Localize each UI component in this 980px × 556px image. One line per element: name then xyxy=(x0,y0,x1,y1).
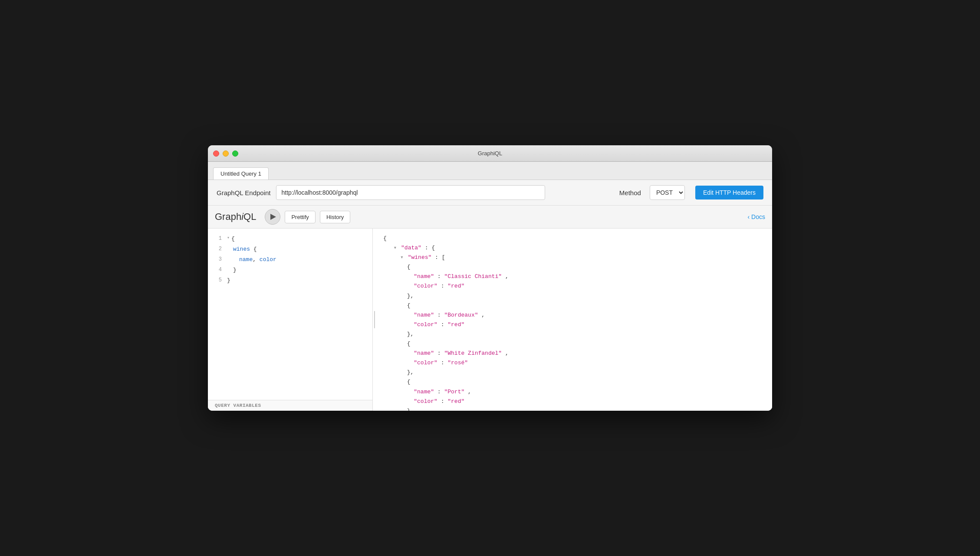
code-brace-close-inner: } xyxy=(233,265,237,275)
result-indent-3g xyxy=(383,379,404,385)
line-num-4: 4 xyxy=(211,265,222,274)
result-indent-4e xyxy=(383,350,410,356)
result-entry4-close: }, xyxy=(407,408,414,411)
result-comma-1: , xyxy=(505,273,509,280)
maximize-button[interactable] xyxy=(232,150,238,157)
tab-label: Untitled Query 1 xyxy=(220,170,261,177)
editor-resizer[interactable] xyxy=(373,229,376,411)
result-colon-1: : xyxy=(437,273,444,280)
result-indent-4f xyxy=(383,360,410,366)
method-label: Method xyxy=(619,189,641,196)
result-indent-3f xyxy=(383,369,404,376)
result-indent-4a xyxy=(383,273,410,280)
result-key-name-4: "name" xyxy=(414,389,434,395)
query-tab[interactable]: Untitled Query 1 xyxy=(213,167,269,180)
result-entry2-close: }, xyxy=(407,331,414,337)
result-key-color-4: "color" xyxy=(414,398,437,405)
collapse-arrow-wines[interactable]: ▾ xyxy=(400,253,404,262)
result-indent-3b xyxy=(383,293,404,299)
endpoint-bar: GraphQL Endpoint Method POST GET Edit HT… xyxy=(208,180,772,206)
result-key-color-1: "color" xyxy=(414,283,437,289)
method-select[interactable]: POST GET xyxy=(650,185,685,200)
result-indent-4h xyxy=(383,398,410,405)
result-entry3-open: { xyxy=(407,340,411,347)
code-line-2: 2 wines { xyxy=(208,244,372,255)
code-comma: , xyxy=(253,255,260,265)
graphiql-logo: GraphiQL xyxy=(215,211,256,222)
result-key-name-1: "name" xyxy=(414,273,434,280)
result-colon-4: : xyxy=(437,389,444,395)
result-indent-3e xyxy=(383,340,404,347)
window-title: GraphiQL xyxy=(478,150,502,157)
result-comma-2: , xyxy=(481,312,485,318)
result-key-color-2: "color" xyxy=(414,321,437,328)
code-brace-open: { xyxy=(231,234,235,244)
query-variables-label: QUERY VARIABLES xyxy=(215,403,261,408)
query-editor-inner[interactable]: 1 ▾ { 2 wines { 3 name , color xyxy=(208,229,372,400)
traffic-lights xyxy=(213,150,238,157)
result-val-color-1: "red" xyxy=(447,283,464,289)
result-colon-c3: : xyxy=(441,360,448,366)
result-key-data: "data" xyxy=(401,245,421,251)
result-indent-4b xyxy=(383,283,410,289)
result-indent-2 xyxy=(383,254,397,261)
prettify-button[interactable]: Prettify xyxy=(285,211,315,223)
edit-headers-button[interactable]: Edit HTTP Headers xyxy=(695,186,763,200)
code-field-color: color xyxy=(260,255,276,265)
code-line-1: 1 ▾ { xyxy=(208,234,372,244)
result-entry1-close: }, xyxy=(407,293,414,299)
line-num-3: 3 xyxy=(211,255,222,264)
result-colon-c4: : xyxy=(441,398,448,405)
code-line-5: 5 } xyxy=(208,275,372,286)
editor-area: 1 ▾ { 2 wines { 3 name , color xyxy=(208,229,772,411)
result-entry1-open: { xyxy=(407,264,411,270)
result-entry3-close: }, xyxy=(407,369,414,376)
query-editor[interactable]: 1 ▾ { 2 wines { 3 name , color xyxy=(208,229,373,411)
result-key-name-3: "name" xyxy=(414,350,434,356)
result-val-name-2: "Bordeaux" xyxy=(444,312,478,318)
result-indent-3a xyxy=(383,264,404,270)
close-button[interactable] xyxy=(213,150,219,157)
result-colon-c2: : xyxy=(441,321,448,328)
history-button[interactable]: History xyxy=(320,211,350,223)
result-comma-4: , xyxy=(468,389,471,395)
result-indent-1 xyxy=(383,245,390,251)
result-colon-c1: : xyxy=(441,283,448,289)
tabbar: Untitled Query 1 xyxy=(208,162,772,180)
code-line-3: 3 name , color xyxy=(208,255,372,265)
result-data-colon: : { xyxy=(425,245,435,251)
titlebar: GraphiQL xyxy=(208,145,772,162)
code-line-4: 4 } xyxy=(208,265,372,275)
result-val-color-2: "red" xyxy=(447,321,464,328)
result-key-wines: "wines" xyxy=(408,254,432,261)
line-num-5: 5 xyxy=(211,276,222,285)
result-indent-3d xyxy=(383,331,404,337)
run-button[interactable] xyxy=(265,209,280,225)
result-val-name-4: "Port" xyxy=(444,389,464,395)
result-indent-3c xyxy=(383,302,404,309)
result-key-name-2: "name" xyxy=(414,312,434,318)
minimize-button[interactable] xyxy=(223,150,229,157)
result-val-name-1: "Classic Chianti" xyxy=(444,273,502,280)
app-window: GraphiQL Untitled Query 1 GraphQL Endpoi… xyxy=(208,145,772,411)
toolbar: GraphiQL Prettify History ‹ Docs xyxy=(208,206,772,229)
result-comma-3: , xyxy=(505,350,509,356)
query-variables-bar[interactable]: QUERY VARIABLES xyxy=(208,400,372,411)
collapse-arrow-data[interactable]: ▾ xyxy=(393,243,397,253)
result-indent-4c xyxy=(383,312,410,318)
line-num-2: 2 xyxy=(211,245,222,253)
result-colon-3: : xyxy=(437,350,444,356)
endpoint-input[interactable] xyxy=(276,185,545,200)
result-brace-open: { xyxy=(383,235,387,242)
result-colon-2: : xyxy=(437,312,444,318)
result-area: { ▾ "data" : { ▾ "wines" : [ { "name" : … xyxy=(376,229,772,411)
docs-button[interactable]: ‹ Docs xyxy=(747,213,765,220)
result-indent-3h xyxy=(383,408,404,411)
code-field-wines: wines xyxy=(233,245,250,254)
result-entry4-open: { xyxy=(407,379,411,385)
result-indent-4g xyxy=(383,389,410,395)
code-field-name: name xyxy=(239,255,253,265)
line-num-1: 1 xyxy=(211,234,222,243)
fold-arrow-1[interactable]: ▾ xyxy=(227,234,230,242)
result-entry2-open: { xyxy=(407,302,411,309)
